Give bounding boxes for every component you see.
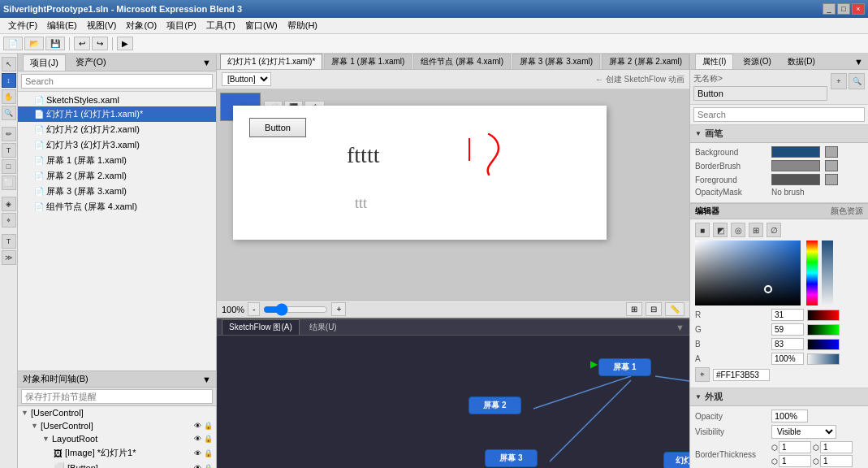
text-tool[interactable]: T — [2, 143, 16, 158]
tab-assets[interactable]: 资产(O) — [69, 54, 113, 70]
lock4[interactable]: 🔒 — [204, 464, 213, 469]
zoom-slider[interactable] — [263, 303, 328, 316]
obj-usercontrol-inner[interactable]: ▼ [UserControl] 👁 🔒 — [18, 419, 216, 432]
panel-options-btn[interactable]: ▼ — [202, 58, 211, 67]
shape-tool[interactable]: □ — [2, 159, 16, 174]
borderbrush-color-box[interactable] — [771, 160, 820, 171]
tab-data[interactable]: 数据(D) — [781, 54, 822, 69]
debug-btn[interactable]: ▶ — [117, 37, 133, 50]
visibility-select[interactable]: Visible Hidden Collapsed — [771, 425, 836, 439]
r-input[interactable] — [771, 309, 804, 321]
menu-help[interactable]: 帮助(H) — [283, 18, 322, 33]
sf-node-screen1[interactable]: 屏幕 1 — [598, 358, 651, 376]
obj-layoutroot[interactable]: ▼ LayoutRoot 👁 🔒 — [18, 432, 216, 445]
element-name-input[interactable] — [693, 86, 827, 101]
obj-image[interactable]: 🖼 [Image] *幻灯片1* 👁 🔒 — [18, 445, 216, 461]
tab-screen3[interactable]: 屏幕 3 (屏幕 3.xaml) — [512, 54, 600, 69]
obj-button[interactable]: ⬜ [Button] 👁 🔒 — [18, 461, 216, 468]
property-search[interactable] — [693, 107, 865, 122]
a-input[interactable] — [771, 353, 804, 365]
appearance-section-header[interactable]: ▼ 外观 — [690, 388, 868, 406]
sf-node-screen3[interactable]: 屏幕 3 — [485, 449, 538, 467]
zoom-in-btn[interactable]: + — [331, 302, 346, 316]
tree-item-screen1[interactable]: 📄 屏幕 1 (屏幕 1.xaml) — [18, 153, 216, 168]
brush-section-header[interactable]: ▼ 画笔 — [690, 125, 868, 143]
zoom-out-btn[interactable]: - — [248, 302, 260, 316]
object-panel-options[interactable]: ▼ — [202, 375, 211, 384]
obj-usercontrol-outer[interactable]: ▼ [UserControl] — [18, 406, 216, 419]
foreground-extra[interactable] — [825, 174, 838, 185]
sketchflow-options[interactable]: ▼ — [676, 323, 684, 332]
rulers-btn[interactable]: 📏 — [665, 302, 684, 316]
sf-node-screen2[interactable]: 屏幕 2 — [469, 396, 521, 414]
bt-right-input[interactable] — [820, 441, 853, 453]
hue-strip[interactable] — [806, 240, 818, 306]
foreground-color-box[interactable] — [771, 174, 820, 185]
new-element-btn[interactable]: + — [831, 73, 847, 89]
object-search[interactable] — [21, 389, 213, 404]
tree-item-screen3[interactable]: 📄 屏幕 3 (屏幕 3.xaml) — [18, 184, 216, 199]
borderbrush-extra[interactable] — [825, 160, 838, 171]
tree-item-sketchstyles[interactable]: 📄 SketchStyles.xaml — [18, 93, 216, 106]
lock3[interactable]: 🔒 — [204, 449, 213, 457]
tab-screen2[interactable]: 屏幕 2 (屏幕 2.xaml) — [602, 54, 689, 69]
save-btn[interactable]: 💾 — [45, 37, 65, 50]
tree-item-slide3[interactable]: 📄 幻灯片3 (幻灯片3.xaml) — [18, 137, 216, 153]
tree-item-slide2[interactable]: 📄 幻灯片2 (幻灯片2.xaml) — [18, 122, 216, 137]
solid-color-btn[interactable]: ■ — [695, 223, 710, 237]
tab-screen1[interactable]: 屏幕 1 (屏幕 1.xaml) — [324, 54, 412, 69]
button-selector[interactable]: [Button] — [222, 72, 271, 86]
bt-left-input[interactable] — [779, 441, 811, 453]
hex-input[interactable] — [713, 369, 770, 381]
draw-tool[interactable]: ✏ — [2, 127, 16, 141]
menu-edit[interactable]: 编辑(E) — [42, 18, 82, 33]
tab-slide1[interactable]: 幻灯片1 (幻灯片1.xaml)* — [220, 54, 322, 69]
color-gradient-box[interactable] — [695, 240, 801, 306]
menu-window[interactable]: 窗口(W) — [240, 18, 283, 33]
tab-resources[interactable]: 资源(O) — [736, 54, 777, 69]
tab-project[interactable]: 项目(J) — [23, 54, 66, 71]
eyedropper-btn[interactable]: ⌖ — [695, 367, 710, 382]
no-brush-btn[interactable]: ∅ — [767, 223, 781, 237]
redo-btn[interactable]: ↪ — [92, 37, 108, 50]
vis2[interactable]: 👁 — [194, 435, 201, 443]
vis4[interactable]: 👁 — [194, 464, 201, 469]
menu-project[interactable]: 项目(P) — [162, 18, 201, 33]
g-input[interactable] — [771, 323, 804, 336]
opacity-input[interactable] — [771, 410, 808, 422]
radial-gradient-btn[interactable]: ◎ — [731, 223, 745, 237]
tab-results[interactable]: 结果(U) — [303, 320, 343, 335]
bt-bottom-input[interactable] — [779, 455, 811, 467]
pan-tool[interactable]: ✋ — [2, 89, 16, 104]
menu-tools[interactable]: 工具(T) — [201, 18, 240, 33]
menu-view[interactable]: 视图(V) — [82, 18, 122, 33]
brush-tool[interactable]: ⬜ — [2, 176, 16, 190]
b-input[interactable] — [771, 338, 804, 350]
canvas-button-element[interactable]: Button — [249, 118, 306, 137]
sf-node-slide1[interactable]: 幻灯片1 — [663, 452, 689, 468]
tree-item-component[interactable]: 📄 组件节点 (屏幕 4.xaml) — [18, 199, 216, 214]
close-button[interactable]: × — [852, 3, 865, 15]
tree-item-screen2[interactable]: 📄 屏幕 2 (屏幕 2.xaml) — [18, 168, 216, 184]
image-brush-btn[interactable]: ⊞ — [749, 223, 763, 237]
menu-file[interactable]: 文件(F) — [3, 18, 42, 33]
vis3[interactable]: 👁 — [194, 449, 201, 457]
minimize-button[interactable]: _ — [823, 3, 836, 15]
gradient-btn[interactable]: ◩ — [713, 223, 728, 237]
eyedropper-tool[interactable]: ⌖ — [2, 213, 16, 228]
maximize-button[interactable]: □ — [837, 3, 850, 15]
tab-component[interactable]: 组件节点 (屏幕 4.xaml) — [413, 54, 511, 69]
grid-btn[interactable]: ⊞ — [626, 302, 642, 316]
new-btn[interactable]: 📄 — [3, 37, 23, 50]
visibility-icon[interactable]: 👁 — [194, 422, 201, 430]
open-btn[interactable]: 📂 — [24, 37, 44, 50]
undo-btn[interactable]: ↩ — [74, 37, 90, 50]
background-extra[interactable] — [825, 146, 838, 158]
right-panel-options[interactable]: ▼ — [854, 57, 863, 67]
project-search[interactable] — [21, 74, 213, 89]
zoom-tool[interactable]: 🔍 — [2, 106, 16, 120]
tab-properties[interactable]: 属性(I) — [695, 54, 733, 69]
tab-sketchflow[interactable]: SketchFlow 图(A) — [222, 319, 300, 335]
bt-top-input[interactable] — [820, 455, 853, 467]
pointer-tool[interactable]: ↕ — [2, 73, 16, 88]
